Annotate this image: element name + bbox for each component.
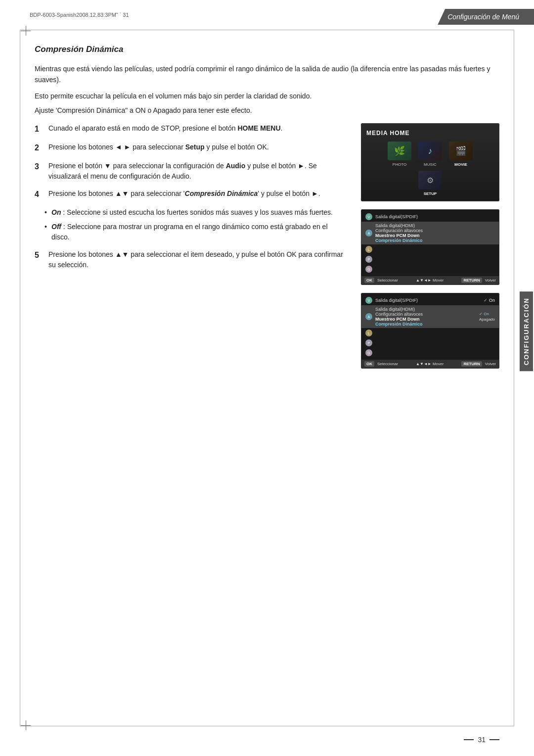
page-num-dash-right [490,739,499,740]
video-row-icon: V [365,213,372,220]
bullet-text-off: Off : Seleccione para mostrar un program… [51,222,346,242]
music-label: MUSIC [424,162,437,167]
audio-row-label2: Configuración altavoces [375,228,495,233]
page-num-value: 31 [478,736,486,744]
media-home-screen: MEDIA HOME 🌿 PHOTO ♪ MUSIC [361,124,499,201]
nav-label-1: ▲▼◄► Mover [416,278,444,283]
menu-screenshot-2: V Salida digital(S/PDIF) On A Salida dig… [361,293,499,369]
back-label-1: Volver [485,278,496,283]
menu-row-2-video: V Salida digital(S/PDIF) On [361,295,499,305]
section-heading: Compresión Dinámica [35,45,499,54]
step-text-4: Presione los botones ▲▼ para seleccionar… [48,189,346,200]
general-row-icon-2: G [365,349,372,356]
menu-row-2-audio: A Salida digital(HDMI) Configuración alt… [361,305,499,328]
adjust-text: Ajuste 'Compresión Dinámica" a ON o Apag… [35,106,499,114]
step-num-3: 3 [35,161,44,182]
media-icon-music: ♪ MUSIC [418,142,442,167]
page-border-left [20,30,20,726]
return-btn-1: RETURN [461,278,482,283]
photo-icon-box: 🌿 [388,142,411,160]
language-row-icon-2: L [365,330,372,336]
media-home-title: MEDIA HOME [366,130,494,137]
parental-row-icon-2: P [365,339,372,346]
screenshots-column: CONFIGURACIÓN MEDIA HOME 🌿 PHOTO [361,123,499,377]
audio-row-icon-2: A [365,313,372,320]
menu-row-general: G [361,264,499,274]
bullet-dot-on: • [44,207,48,218]
menu-rows-1: V Salida digital(S/PDIF) A Salida digita… [361,210,499,276]
ok-btn-1: OK [364,278,374,283]
intro-text-1: Mientras que está viendo las películas, … [35,63,499,86]
side-tab: CONFIGURACIÓN [520,291,533,371]
page-border-bottom [20,726,514,726]
bullet-on: • On : Seleccione si usted escucha los f… [44,207,346,218]
step-text-3: Presione el botón ▼ para seleccionar la … [48,161,346,182]
menu-bottom-bar-2: OK Seleccionar ▲▼◄► Mover RETURN Volver [361,360,499,368]
parental-row-icon: P [365,256,372,263]
step-4: 4 Presione los botones ▲▼ para seleccion… [35,189,346,200]
movie-icon-symbol: 🎬 [455,145,466,156]
menu-screen-1: V Salida digital(S/PDIF) A Salida digita… [361,210,499,284]
option-apagado: Apagado [479,317,495,322]
menu-row-2-parental: P [361,338,499,348]
audio-row-label4: Compresión Dinámico [375,238,495,243]
video-row-label-2: Salida digital(S/PDIF) [375,298,481,303]
intro-text-2: Esto permite escuchar la película en el … [35,91,499,101]
language-row-icon: L [365,246,372,253]
nav-label-2: ▲▼◄► Mover [416,362,444,366]
menu-row-language: L [361,244,499,254]
menu-screenshot-1: V Salida digital(S/PDIF) A Salida digita… [361,209,499,285]
step-2: 2 Presione los botones ◄ ► para seleccio… [35,142,346,154]
movie-icon-box: 🎬 [449,142,473,160]
crosshair-top-left [21,26,31,36]
step-text-2: Presione los botones ◄ ► para selecciona… [48,142,346,154]
section-title: Configuración de Menú [438,9,534,25]
audio-row-icon: A [365,230,372,236]
setup-icon-box: ⚙ [418,171,442,189]
photo-label: PHOTO [393,162,406,167]
media-icon-setup: ⚙ SETUP [418,171,442,196]
ok-btn-2: OK [364,361,374,367]
media-icon-photo: 🌿 PHOTO [388,142,411,167]
music-icon-box: ♪ [418,142,442,160]
audio-row2-label1: Salida digital(HDMI) [375,307,476,312]
step-num-4: 4 [35,189,44,200]
step-text-5: Presione los botones ▲▼ para seleccionar… [48,249,346,270]
bullet-list: • On : Seleccione si usted escucha los f… [44,207,346,242]
menu-bottom-bar-1: OK Seleccionar ▲▼◄► Mover RETURN Volver [361,276,499,284]
setup-icon-symbol: ⚙ [427,176,434,185]
instructions-column: 1 Cunado el aparato está en modo de STOP… [35,123,346,277]
audio-row-label1: Salida digital(HDMI) [375,223,495,228]
menu-rows-2: V Salida digital(S/PDIF) On A Salida dig… [361,293,499,360]
on-value: On [484,298,495,303]
step-5: 5 Presione los botones ▲▼ para seleccion… [35,249,346,270]
video-row-icon-2: V [365,297,372,304]
audio-row2-label2: Configuración altavoces [375,312,476,317]
setup-label: SETUP [424,191,437,196]
audio-row2-label4: Compresión Dinámico [375,322,476,327]
step-num-1: 1 [35,123,44,135]
media-icon-movie: 🎬 MOVIE [449,142,473,167]
step-3: 3 Presione el botón ▼ para seleccionar l… [35,161,346,182]
audio-row-label3: Muestreo PCM Down [375,233,495,238]
bullet-off: • Off : Seleccione para mostrar un progr… [44,222,346,242]
page-number: 31 [464,736,499,744]
page-num-dash-left [464,739,474,740]
media-home-screenshot: MEDIA HOME 🌿 PHOTO ♪ MUSIC [361,123,499,201]
menu-row-audio: A Salida digital(HDMI) Configuración alt… [361,222,499,244]
two-column-layout: 1 Cunado el aparato está en modo de STOP… [35,123,499,377]
step-num-2: 2 [35,142,44,154]
menu-row-parental: P [361,254,499,264]
general-row-icon: G [365,266,372,273]
video-row-label: Salida digital(S/PDIF) [375,214,495,219]
crosshair-bottom-left [21,720,31,730]
page-border-top [20,30,514,30]
music-icon-symbol: ♪ [428,146,433,156]
step-text-1: Cunado el aparato está en modo de STOP, … [48,123,346,135]
media-home-icons: 🌿 PHOTO ♪ MUSIC 🎬 [366,142,494,167]
menu-row-2-language: L [361,328,499,338]
page-border-right [514,30,514,726]
return-btn-2: RETURN [461,361,482,367]
back-label-2: Volver [485,362,496,366]
option-on: ✓ On [479,312,489,316]
